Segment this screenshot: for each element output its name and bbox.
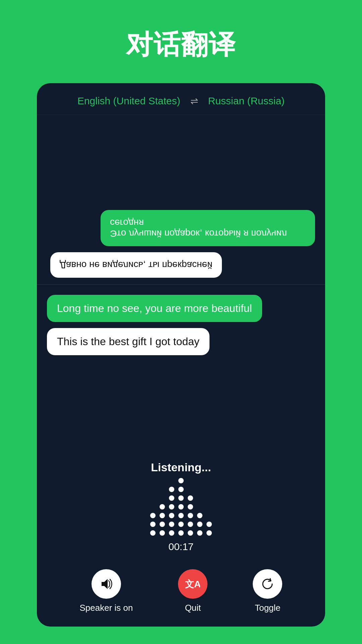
wave-dot (169, 487, 174, 492)
wave-dot (178, 495, 184, 501)
recording-timer: 00:17 (168, 541, 193, 552)
bottom-controls: Speaker is on 文A Quit Toggle (37, 562, 325, 627)
quit-icon-circle: 文A (178, 569, 207, 599)
wave-dot (188, 504, 193, 509)
wave-dot (178, 504, 184, 509)
svg-text:文A: 文A (185, 579, 200, 589)
wave-col-7 (206, 522, 212, 536)
wave-col-6 (197, 513, 202, 536)
wave-dot (178, 487, 184, 492)
wave-col-4 (178, 478, 184, 536)
wave-dot (206, 522, 212, 527)
wave-dot (197, 530, 202, 536)
source-language[interactable]: English (United States) (77, 95, 180, 107)
normal-message-white-row: This is the best gift I got today (47, 328, 315, 355)
target-language[interactable]: Russian (Russia) (208, 95, 285, 107)
wave-dot (160, 504, 165, 509)
wave-col-2 (160, 504, 165, 536)
wave-dot (178, 478, 184, 483)
toggle-icon-circle (253, 569, 282, 599)
flipped-message-white-row: Давно не виделись, ты прекрасней (47, 252, 315, 278)
wave-col-5 (188, 495, 193, 536)
translation-card: English (United States) ⇌ Russian (Russi… (37, 83, 325, 627)
quit-button[interactable]: 文A Quit (178, 569, 207, 613)
language-header: English (United States) ⇌ Russian (Russi… (37, 83, 325, 115)
normal-bubble-green: Long time no see, you are more beautiful (47, 295, 262, 322)
wave-col-3 (169, 487, 174, 536)
quit-label: Quit (185, 603, 201, 613)
wave-dot (188, 522, 193, 527)
wave-dot (160, 522, 165, 527)
wave-dot (206, 530, 212, 536)
wave-dot (178, 513, 184, 518)
wave-dot (188, 495, 193, 501)
wave-dot (178, 522, 184, 527)
speaker-icon (99, 577, 114, 591)
flipped-bubble-green: Это лучший подарок, который я получил се… (101, 210, 315, 246)
wave-dot (197, 522, 202, 527)
flipped-bubble-white: Давно не виделись, ты прекрасней (50, 252, 222, 278)
normal-bubble-white: This is the best gift I got today (47, 328, 209, 355)
swap-languages-icon[interactable]: ⇌ (190, 96, 198, 107)
flipped-message-green-row: Это лучший подарок, который я получил се… (47, 210, 315, 246)
wave-col-1 (150, 513, 156, 536)
toggle-button[interactable]: Toggle (253, 569, 282, 613)
waveform-visualizer (150, 482, 212, 536)
wave-dot (188, 530, 193, 536)
wave-dot (169, 522, 174, 527)
wave-dot (169, 495, 174, 501)
wave-dot (169, 530, 174, 536)
wave-dot (160, 513, 165, 518)
listening-label: Listening... (151, 461, 211, 474)
chat-top-area: Это лучший подарок, который я получил се… (37, 115, 325, 284)
wave-dot (169, 504, 174, 509)
refresh-icon (260, 577, 275, 591)
wave-dot (150, 522, 156, 527)
wave-dot (150, 513, 156, 518)
listening-section: Listening... (37, 454, 325, 562)
wave-dot (197, 513, 202, 518)
translate-icon: 文A (185, 577, 200, 591)
chat-bottom-area: Long time no see, you are more beautiful… (37, 285, 325, 454)
toggle-label: Toggle (255, 603, 281, 613)
speaker-label: Speaker is on (80, 603, 133, 613)
wave-dot (188, 513, 193, 518)
wave-dot (169, 513, 174, 518)
wave-dot (178, 530, 184, 536)
app-title: 对话翻译 (126, 27, 236, 63)
wave-dot (150, 530, 156, 536)
speaker-icon-circle (92, 569, 121, 599)
wave-dot (160, 530, 165, 536)
speaker-button[interactable]: Speaker is on (80, 569, 133, 613)
normal-message-green-row: Long time no see, you are more beautiful (47, 295, 315, 322)
